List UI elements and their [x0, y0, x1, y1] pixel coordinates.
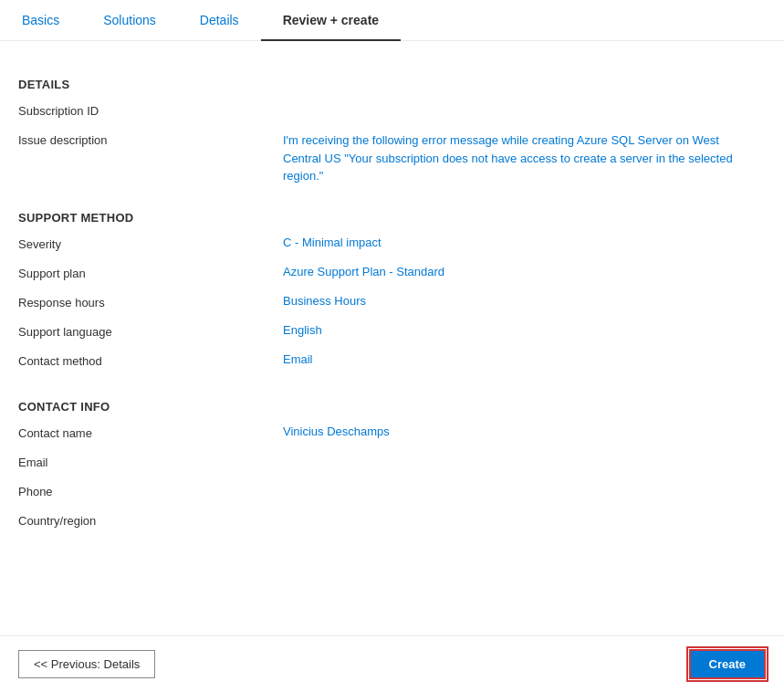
response-hours-row: Response hours Business Hours	[18, 294, 766, 316]
contact-method-row: Contact method Email	[18, 352, 766, 374]
subscription-id-label: Subscription ID	[18, 102, 283, 118]
contact-name-row: Contact name Vinicius Deschamps	[18, 425, 766, 446]
support-plan-value: Azure Support Plan - Standard	[283, 265, 766, 278]
prev-button[interactable]: << Previous: Details	[18, 650, 155, 678]
issue-description-label: Issue description	[18, 131, 283, 147]
footer: << Previous: Details Create	[0, 635, 784, 692]
support-plan-label: Support plan	[18, 265, 283, 280]
support-plan-row: Support plan Azure Support Plan - Standa…	[18, 265, 766, 287]
severity-row: Severity C - Minimal impact	[18, 236, 766, 257]
tab-review-create[interactable]: Review + create	[261, 0, 401, 40]
email-row: Email	[18, 454, 766, 476]
details-section-header: DETAILS	[18, 78, 766, 91]
country-region-row: Country/region	[18, 512, 766, 534]
issue-description-row: Issue description I'm receiving the foll…	[18, 131, 766, 185]
country-region-label: Country/region	[18, 512, 283, 528]
support-language-row: Support language English	[18, 323, 766, 345]
tab-details[interactable]: Details	[178, 0, 261, 40]
support-method-section-header: SUPPORT METHOD	[18, 211, 766, 225]
contact-info-section-header: CONTACT INFO	[18, 400, 766, 414]
email-label: Email	[18, 454, 283, 469]
issue-description-text: I'm receiving the following error messag…	[283, 131, 758, 185]
severity-value: C - Minimal impact	[283, 236, 766, 249]
tab-solutions[interactable]: Solutions	[81, 0, 178, 40]
contact-name-label: Contact name	[18, 425, 283, 440]
tab-basics[interactable]: Basics	[0, 0, 81, 40]
support-language-label: Support language	[18, 323, 283, 339]
phone-label: Phone	[18, 483, 283, 498]
support-language-value: English	[283, 323, 766, 337]
phone-row: Phone	[18, 483, 766, 505]
tab-bar: Basics Solutions Details Review + create	[0, 0, 784, 41]
severity-label: Severity	[18, 236, 283, 251]
contact-method-label: Contact method	[18, 352, 283, 368]
main-content: DETAILS Subscription ID Issue descriptio…	[0, 41, 784, 635]
response-hours-label: Response hours	[18, 294, 283, 309]
contact-method-value: Email	[283, 352, 766, 366]
issue-description-value: I'm receiving the following error messag…	[283, 131, 766, 185]
contact-name-value: Vinicius Deschamps	[283, 425, 766, 438]
create-button[interactable]: Create	[689, 649, 766, 679]
response-hours-value: Business Hours	[283, 294, 766, 308]
subscription-id-row: Subscription ID	[18, 102, 766, 124]
